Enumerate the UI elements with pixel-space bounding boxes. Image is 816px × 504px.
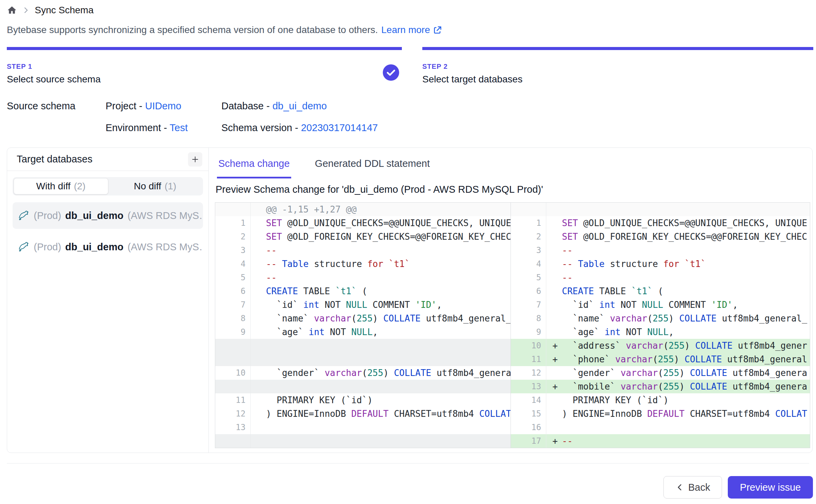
line-number: 9 (511, 325, 546, 339)
target-database-item[interactable]: (Prod) db_ui_demo (AWS RDS MyS… (13, 202, 203, 229)
diff-sign: + (546, 352, 562, 366)
schema-diff-viewer: @@ -1,15 +1,27 @@ 1 SET @OLD_UNIQUE_CHEC… (215, 202, 810, 448)
environment-link[interactable]: Test (170, 122, 188, 133)
diff-placeholder-row (215, 339, 511, 352)
diff-code-row: 16 (511, 421, 810, 434)
diff-code-row: 7 `id` int NOT NULL COMMENT 'ID', (511, 298, 810, 312)
step2: STEP 2 Select target databases (422, 63, 522, 85)
chevron-left-icon (675, 483, 684, 492)
project-link[interactable]: UIDemo (145, 100, 181, 111)
source-schema-label: Source schema (7, 100, 76, 112)
diff-code-row: 12 `gender` varchar(255) COLLATE utf8mb4… (511, 366, 810, 380)
step2-label: STEP 2 (422, 63, 522, 70)
line-number: 5 (511, 271, 546, 284)
intro-line: Bytebase supports synchronizing a specif… (7, 25, 442, 35)
filter-label: No diff (134, 181, 161, 192)
line-number: 12 (511, 366, 546, 380)
mysql-icon (17, 241, 30, 253)
diff-code-row: 2 SET @OLD_FOREIGN_KEY_CHECKS=@@FOREIGN_… (215, 230, 511, 243)
database-link[interactable]: db_ui_demo (272, 100, 327, 111)
step1-title: Select source schema (7, 74, 100, 85)
diff-sign: + (546, 339, 562, 352)
plus-icon (191, 155, 200, 164)
diff-code-row: 1 SET @OLD_UNIQUE_CHECKS=@@UNIQUE_CHECKS… (215, 216, 511, 230)
mysql-icon (17, 209, 30, 222)
diff-code-row: 12 ) ENGINE=InnoDB DEFAULT CHARSET=utf8m… (215, 407, 511, 421)
diff-code-row: 11 PRIMARY KEY (`id`) (215, 393, 511, 407)
diff-code-row: 11 + `phone` varchar(255) COLLATE utf8mb… (511, 352, 810, 366)
home-icon[interactable] (7, 5, 17, 15)
line-number: 14 (511, 393, 546, 407)
add-target-database-button[interactable] (188, 152, 202, 167)
footer-divider (7, 463, 809, 463)
line-number: 3 (511, 243, 546, 257)
target-database-item[interactable]: (Prod) db_ui_demo (AWS RDS MyS… (13, 234, 203, 260)
diff-code-row: 1 SET @OLD_UNIQUE_CHECKS=@@UNIQUE_CHECKS… (511, 216, 810, 230)
source-field-database: Database - db_ui_demo (221, 100, 327, 112)
line-number: 9 (215, 325, 251, 339)
diff-code-row: 17 +-- (511, 434, 810, 448)
diff-code-row: 10 `gender` varchar(255) COLLATE utf8mb4… (215, 366, 511, 380)
diff-code-row: 13 + `mobile` varchar(255) COLLATE utf8m… (511, 380, 810, 393)
step2-title: Select target databases (422, 74, 522, 85)
db-name: db_ui_demo (65, 241, 124, 253)
db-instance: (AWS RDS MyS… (127, 210, 203, 221)
diff-placeholder-row (215, 434, 511, 448)
diff-filter-with-diff[interactable]: With diff (2) (14, 178, 108, 194)
diff-code-row: 5 -- (511, 271, 810, 284)
line-number: 8 (511, 312, 546, 325)
diff-pane-source[interactable]: @@ -1,15 +1,27 @@ 1 SET @OLD_UNIQUE_CHEC… (215, 203, 511, 448)
main-card: Target databases With diff (2) No diff (… (7, 147, 813, 453)
line-number: 11 (511, 352, 546, 366)
diff-sign: + (546, 380, 562, 393)
tab-schema-change[interactable]: Schema change (217, 153, 291, 178)
db-instance: (AWS RDS MyS… (127, 241, 203, 253)
diff-code-row: 4 -- Table structure for `t1` (215, 257, 511, 271)
db-environment: (Prod) (34, 241, 61, 253)
line-number: 10 (215, 366, 251, 380)
diff-code-row: 6 CREATE TABLE `t1` ( (511, 284, 810, 298)
source-field-environment: Environment - Test (106, 122, 188, 133)
line-number: 4 (215, 257, 251, 271)
step1-completed-check-icon (383, 64, 399, 82)
diff-placeholder-row (215, 380, 511, 393)
line-number: 13 (511, 380, 546, 393)
diff-code-row: 6 CREATE TABLE `t1` ( (215, 284, 511, 298)
diff-pane-target[interactable]: 1 SET @OLD_UNIQUE_CHECKS=@@UNIQUE_CHECKS… (511, 203, 810, 448)
source-field-schema-version: Schema version - 20230317014147 (221, 122, 378, 133)
step2-progress-bar (422, 47, 813, 50)
line-number: 7 (511, 298, 546, 312)
filter-count: (1) (164, 181, 176, 192)
learn-more-link[interactable]: Learn more (381, 25, 442, 35)
db-name: db_ui_demo (65, 210, 124, 221)
page-title: Sync Schema (35, 5, 94, 16)
diff-placeholder-row (215, 352, 511, 366)
preview-issue-button[interactable]: Preview issue (728, 476, 813, 499)
schema-version-link[interactable]: 20230317014147 (301, 122, 378, 133)
diff-code-row: 4 -- Table structure for `t1` (511, 257, 810, 271)
diff-filter-no-diff[interactable]: No diff (1) (108, 178, 202, 194)
target-databases-panel: Target databases With diff (2) No diff (… (7, 148, 209, 453)
diff-filler-row (511, 203, 810, 216)
line-number: 8 (215, 312, 251, 325)
line-number: 11 (215, 393, 251, 407)
source-schema-summary: Source schema Project - UIDemo Database … (7, 100, 484, 145)
line-number: 17 (511, 434, 546, 448)
step1-progress-bar (7, 47, 402, 50)
target-databases-title: Target databases (17, 154, 92, 165)
diff-code-row: 7 `id` int NOT NULL COMMENT 'ID', (215, 298, 511, 312)
line-number: 4 (511, 257, 546, 271)
line-number: 2 (511, 230, 546, 243)
diff-code-row: 2 SET @OLD_FOREIGN_KEY_CHECKS=@@FOREIGN_… (511, 230, 810, 243)
filter-count: (2) (74, 181, 85, 192)
back-button[interactable]: Back (663, 476, 722, 499)
line-number: 13 (215, 421, 251, 434)
preview-title: Preview Schema change for 'db_ui_demo (P… (216, 184, 543, 195)
diff-code-row: 15 ) ENGINE=InnoDB DEFAULT CHARSET=utf8m… (511, 407, 810, 421)
db-environment: (Prod) (34, 210, 61, 221)
line-number: 5 (215, 271, 251, 284)
diff-code-row: 14 PRIMARY KEY (`id`) (511, 393, 810, 407)
line-number: 3 (215, 243, 251, 257)
line-number: 6 (511, 284, 546, 298)
tab-generated-ddl[interactable]: Generated DDL statement (314, 153, 431, 178)
